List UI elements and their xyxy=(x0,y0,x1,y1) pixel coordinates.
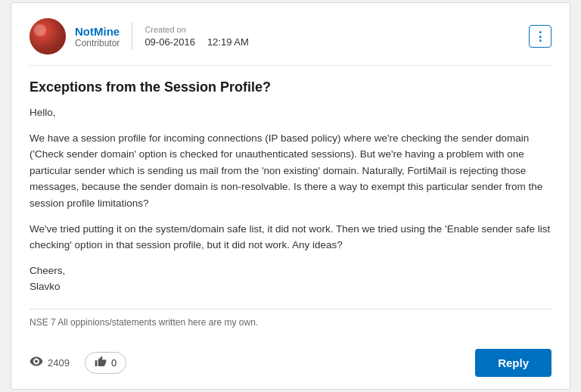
user-role: Contributor xyxy=(75,38,120,48)
views-section: 2409 xyxy=(30,356,70,369)
post-footer: 2409 0 Reply xyxy=(30,340,551,377)
post-body: Hello, We have a session profile for inc… xyxy=(30,104,551,295)
more-options-button[interactable]: ⋮ xyxy=(529,25,551,48)
username: NotMine xyxy=(75,25,120,38)
eye-icon xyxy=(30,356,43,369)
reply-button[interactable]: Reply xyxy=(475,349,551,377)
body-paragraph-1: Hello, xyxy=(30,104,551,121)
post-time: 12:19 AM xyxy=(207,36,249,48)
body-paragraph-3: We've tried putting it on the system/dom… xyxy=(30,221,551,254)
post-content: Exceptions from the Session Profile? Hel… xyxy=(30,79,551,328)
meta-label: Created on xyxy=(144,25,248,34)
user-info: NotMine Contributor xyxy=(75,25,120,48)
body-paragraph-2: We have a session profile for incoming c… xyxy=(30,130,551,212)
views-count: 2409 xyxy=(48,357,70,369)
body-paragraph-4: Cheers,Slavko xyxy=(30,263,551,295)
signature: NSE 7 All oppinions/statements written h… xyxy=(30,309,551,328)
meta-values: 09-06-2016 12:19 AM xyxy=(144,36,248,48)
post-meta: Created on 09-06-2016 12:19 AM xyxy=(144,25,248,48)
post-title: Exceptions from the Session Profile? xyxy=(30,79,551,95)
avatar xyxy=(30,18,66,54)
thumbs-up-icon xyxy=(95,356,107,370)
header-divider xyxy=(132,23,132,50)
like-button[interactable]: 0 xyxy=(85,352,126,374)
post-date: 09-06-2016 xyxy=(144,36,195,48)
post-card: NotMine Contributor Created on 09-06-201… xyxy=(11,2,570,390)
more-icon: ⋮ xyxy=(534,30,547,44)
likes-count: 0 xyxy=(111,357,117,369)
post-header: NotMine Contributor Created on 09-06-201… xyxy=(30,18,551,66)
